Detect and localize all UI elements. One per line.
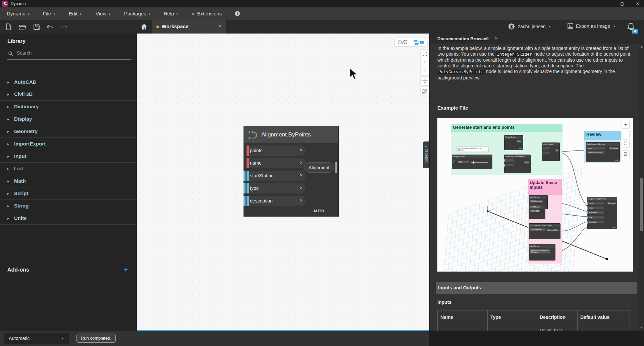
menu-help[interactable]: Help▾ [164, 7, 178, 20]
info-icon[interactable]: ! [235, 11, 240, 16]
inputs-table: Name Type Description Default value Poin… [437, 310, 630, 331]
redo-icon[interactable] [60, 23, 68, 31]
caret-right-icon: ▸ [7, 179, 9, 183]
output-port-alignment[interactable]: Alignment [304, 162, 334, 173]
node-context-menu-icon[interactable]: ⋮ [328, 209, 332, 214]
library-item-importexport[interactable]: ▸ImportExport [0, 138, 137, 150]
menu-extensions[interactable]: ❖Extensions [191, 7, 222, 20]
sidebar-collapse-tab[interactable]: ← Sidebar [423, 141, 429, 168]
inputs-outputs-section-header[interactable]: Inputs and Outputs – [436, 282, 637, 294]
table-header-row: Name Type Description Default value [438, 310, 630, 324]
run-status-badge: Run completed. [76, 334, 116, 343]
library-item-autocad[interactable]: ▸AutoCAD [0, 76, 137, 88]
lacing-mode[interactable]: AUTO [313, 209, 324, 213]
library-item-civil3d[interactable]: ▸Civil 3D [0, 88, 137, 101]
example-note: Use this to adjust the length of the ali… [456, 147, 488, 152]
input-port-description[interactable]: description> [247, 196, 306, 206]
run-mode-select[interactable]: Automatic ⌄ [4, 333, 69, 344]
popout-icon[interactable]: ⧉ [486, 36, 489, 41]
fit-view-icon[interactable] [423, 52, 427, 56]
search-input[interactable] [17, 50, 124, 56]
status-bar: Automatic ⌄ Run completed. [0, 331, 644, 346]
image-zoom-in-button[interactable]: + [622, 121, 630, 129]
chevron-down-icon: ▾ [613, 24, 615, 28]
zoom-in-button[interactable]: + [423, 60, 427, 64]
add-package-button[interactable]: + [123, 265, 128, 274]
input-port-startstation[interactable]: startStation> [247, 171, 306, 181]
menu-view[interactable]: View▾ [96, 7, 110, 20]
geometry-view-button[interactable] [395, 38, 411, 46]
scroll-down-icon[interactable]: ▼ [639, 326, 644, 329]
example-node-string-description: abc String Alignment created byDynamo [529, 244, 555, 261]
zoom-controls: + − [420, 49, 429, 75]
export-as-image-button[interactable]: Export as Image▾ [568, 23, 615, 31]
slider-thumb [473, 161, 474, 164]
input-port-type[interactable]: type> [247, 183, 306, 193]
menu-packages[interactable]: Packages▾ [124, 7, 150, 20]
input-port-points[interactable]: points> [247, 146, 306, 156]
search-icon [8, 51, 13, 56]
input-port-name[interactable]: name> [247, 158, 306, 168]
library-search[interactable] [7, 50, 131, 60]
docs-close-icon[interactable]: ✕ [494, 36, 498, 41]
docs-paragraph: In the example below, a simple alignment… [437, 46, 632, 81]
undo-icon[interactable] [47, 23, 54, 31]
tab-workspace[interactable]: Workspace ✕ [152, 20, 226, 34]
caret-right-icon: ▸ [7, 117, 9, 121]
workspace-canvas[interactable]: + − Alignment.ByPoints points> name> st [137, 34, 429, 331]
scrollbar-thumb[interactable] [640, 178, 643, 231]
window-title: Dynamo [11, 1, 26, 6]
chevron-down-icon: ▾ [176, 12, 178, 16]
open-file-icon[interactable] [19, 23, 26, 31]
library-item-string[interactable]: ▸String [0, 200, 137, 212]
minimize-button[interactable]: – [600, 0, 613, 7]
example-file-image: Generate start and end points ⌃ Review U… [437, 118, 633, 272]
account-menu[interactable]: zachri.jensen▾ [508, 23, 550, 31]
slider-handle-icon [453, 161, 456, 163]
library-item-display[interactable]: ▸Display [0, 113, 137, 125]
menu-dynamo[interactable]: Dynamo▾ [7, 7, 29, 20]
output-port-scrollbar[interactable] [335, 162, 337, 173]
library-item-dictionary[interactable]: ▸Dictionary [0, 101, 137, 113]
image-zoom-out-button[interactable]: − [622, 130, 630, 138]
orbit-cube-icon [422, 88, 428, 94]
node-body: points> name> startStation> type> descri… [244, 143, 339, 217]
caret-right-icon: ▸ [7, 142, 9, 146]
port-marker-icon [247, 158, 249, 168]
save-icon[interactable] [33, 23, 40, 31]
close-button[interactable]: ✕ [631, 0, 644, 7]
graph-view-button[interactable] [411, 38, 427, 46]
arrow-left-icon: ← [424, 143, 428, 148]
library-item-units[interactable]: ▸Units [0, 212, 137, 225]
library-item-geometry[interactable]: ▸Geometry [0, 125, 137, 138]
library-item-script[interactable]: ▸Script [0, 187, 137, 200]
docs-scrollbar[interactable]: ▲ ▼ [639, 44, 644, 331]
new-file-icon[interactable] [5, 23, 12, 31]
collapse-minus-icon[interactable]: – [629, 284, 632, 290]
chevron-right-icon: > [300, 173, 302, 178]
caret-right-icon: ▸ [7, 191, 9, 196]
library-item-input[interactable]: ▸Input [0, 150, 137, 163]
image-preview-toggle[interactable]: ☑ [622, 150, 630, 158]
node-alignment-bypoints[interactable]: Alignment.ByPoints points> name> startSt… [244, 126, 339, 217]
default-marker-icon [244, 196, 246, 206]
default-marker-icon [244, 183, 246, 193]
graph-view-icon [414, 39, 424, 45]
pan-button[interactable] [420, 76, 429, 85]
library-item-math[interactable]: ▸Math [0, 175, 137, 187]
tab-close-icon[interactable]: ✕ [218, 24, 222, 29]
image-fit-button[interactable]: ⛶ [622, 139, 630, 148]
scroll-up-icon[interactable]: ▲ [639, 45, 644, 48]
home-icon[interactable] [140, 23, 148, 31]
orbit-button[interactable] [420, 86, 429, 96]
example-node-choose-alignment-type: Choose Alignment Type Centerline ▾ Align… [529, 223, 560, 239]
library-item-list[interactable]: ▸List [0, 163, 137, 175]
caret-right-icon: ▸ [7, 92, 9, 97]
menu-file[interactable]: File▾ [43, 7, 55, 20]
menu-edit[interactable]: Edit▾ [69, 7, 81, 20]
example-node-integer-slider: Integer Slider 300 [452, 155, 492, 169]
example-node-number: 123 Number 1000.000 [529, 205, 545, 219]
zoom-out-button[interactable]: − [423, 68, 427, 73]
node-header[interactable]: Alignment.ByPoints [244, 126, 339, 143]
maximize-button[interactable]: ▢ [616, 0, 629, 7]
